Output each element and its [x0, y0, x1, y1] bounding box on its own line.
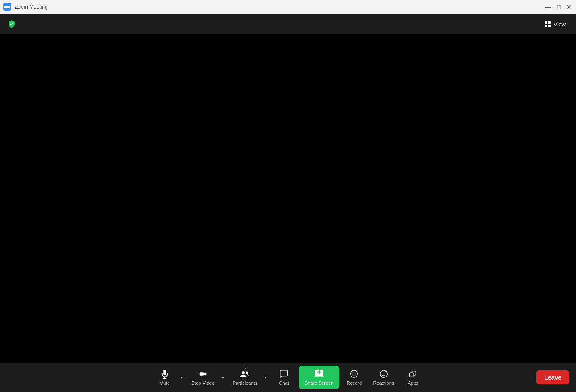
svg-rect-1 — [545, 21, 547, 24]
view-icon — [544, 21, 551, 28]
svg-rect-5 — [200, 372, 204, 375]
video-area — [0, 34, 576, 363]
mute-button[interactable]: Mute — [152, 367, 178, 388]
mute-chevron-icon — [179, 375, 184, 380]
svg-rect-3 — [545, 25, 547, 27]
chat-button[interactable]: Chat — [271, 367, 297, 388]
toolbar: Mute Stop Video — [0, 363, 576, 392]
participants-button[interactable]: 1 Participants — [228, 367, 262, 388]
view-label: View — [554, 21, 566, 28]
title-bar: Zoom Meeting — □ ✕ — [0, 0, 576, 14]
svg-point-11 — [351, 370, 358, 378]
leave-button[interactable]: Leave — [536, 370, 569, 384]
mute-icon — [160, 369, 169, 379]
share-screen-icon — [314, 369, 324, 379]
stop-video-group: Stop Video — [187, 363, 227, 392]
shield-icon — [7, 19, 16, 29]
stop-video-label: Stop Video — [191, 380, 215, 386]
share-screen-button[interactable]: Share Screen — [299, 366, 339, 389]
svg-point-13 — [380, 370, 388, 378]
top-bar: View — [0, 14, 576, 34]
svg-rect-16 — [410, 373, 413, 377]
stop-video-button[interactable]: Stop Video — [187, 367, 219, 388]
svg-rect-9 — [314, 376, 324, 377]
reactions-icon — [379, 369, 388, 379]
record-icon — [349, 369, 359, 379]
view-button[interactable]: View — [541, 19, 569, 29]
participants-chevron-button[interactable] — [262, 363, 269, 392]
minimize-button[interactable]: — — [545, 3, 552, 10]
svg-rect-4 — [548, 25, 551, 27]
mute-group: Mute — [152, 363, 185, 392]
participants-group: 1 Participants — [228, 363, 269, 392]
svg-point-14 — [382, 373, 383, 373]
video-chevron-button[interactable] — [219, 363, 227, 392]
mute-chevron-button[interactable] — [178, 363, 185, 392]
record-button[interactable]: Record — [341, 367, 367, 388]
svg-point-15 — [385, 373, 385, 373]
window-controls: — □ ✕ — [545, 3, 573, 10]
window-title: Zoom Meeting — [15, 4, 48, 10]
leave-area: Leave — [536, 370, 569, 384]
participants-label: Participants — [233, 380, 257, 386]
participants-chevron-icon — [263, 375, 268, 380]
svg-point-12 — [352, 372, 356, 376]
video-chevron-icon — [221, 375, 225, 380]
mute-label: Mute — [160, 380, 170, 386]
chat-label: Chat — [279, 380, 289, 386]
apps-button[interactable]: Apps — [400, 367, 426, 388]
apps-label: Apps — [408, 380, 419, 386]
title-bar-left: Zoom Meeting — [3, 3, 48, 11]
reactions-button[interactable]: Reactions — [369, 367, 398, 388]
maximize-button[interactable]: □ — [555, 3, 562, 10]
participants-count: 1 — [239, 367, 253, 372]
apps-icon — [408, 369, 418, 379]
svg-rect-2 — [548, 21, 551, 24]
toolbar-center: Mute Stop Video — [41, 363, 536, 392]
svg-rect-10 — [318, 377, 320, 377]
stop-video-icon — [198, 369, 208, 379]
close-button[interactable]: ✕ — [566, 3, 573, 10]
participants-icon: 1 — [240, 369, 250, 379]
record-label: Record — [347, 380, 362, 386]
reactions-label: Reactions — [373, 380, 394, 386]
chat-icon — [279, 369, 289, 379]
share-screen-label: Share Screen — [305, 380, 333, 386]
security-badge[interactable] — [7, 19, 16, 29]
zoom-logo-icon — [3, 3, 11, 11]
